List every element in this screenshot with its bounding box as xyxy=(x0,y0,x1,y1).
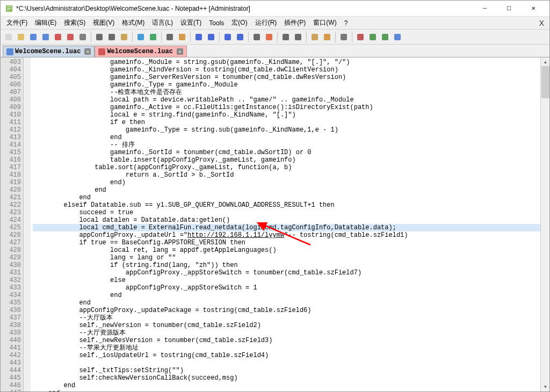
menu-[interactable]: ? xyxy=(341,18,352,28)
menu-设置t[interactable]: 设置(T) xyxy=(177,17,205,28)
mdi-close-icon[interactable]: X xyxy=(539,19,544,27)
scroll-thumb[interactable] xyxy=(541,66,549,98)
code-line[interactable]: --大厅版本 xyxy=(33,314,549,322)
print-button[interactable] xyxy=(77,31,89,43)
url-link[interactable]: http://192.168.1.11/lyymw xyxy=(187,231,284,239)
code-line[interactable]: end xyxy=(33,134,549,141)
menu-窗口w[interactable]: 窗口(W) xyxy=(309,17,340,28)
code-line[interactable]: gameinfo._Active = cc.FileUtils:getInsta… xyxy=(33,104,549,111)
menu-语言l[interactable]: 语言(L) xyxy=(148,17,177,28)
minimize-button[interactable]: ─ xyxy=(473,1,497,16)
file-tab-1[interactable]: WelcomeScene.luac✕ xyxy=(95,46,186,57)
close-button[interactable]: ✕ xyxy=(521,1,545,16)
menu-视图v[interactable]: 视图(V) xyxy=(89,17,118,28)
save-macro-button[interactable] xyxy=(392,31,403,43)
sync-h-button[interactable] xyxy=(234,31,246,43)
code-line[interactable]: gameinfo._Module = string.gsub(gameinfo.… xyxy=(33,59,549,66)
menu-文件f[interactable]: 文件(F) xyxy=(3,17,31,28)
code-line[interactable]: end xyxy=(33,299,549,307)
func-list-button[interactable] xyxy=(309,31,321,43)
code-editor[interactable]: gameinfo._Module = string.gsub(gameinfo.… xyxy=(31,57,549,391)
code-line[interactable]: -- 排序 xyxy=(33,141,549,149)
code-line[interactable]: local cmd_table = ExternalFun.read_netda… xyxy=(33,224,549,231)
menu-运行r[interactable]: 运行(R) xyxy=(251,17,281,28)
code-line[interactable]: succeed = true xyxy=(33,209,549,216)
code-line[interactable]: end xyxy=(33,292,549,299)
monitor-button[interactable] xyxy=(338,31,350,43)
code-line[interactable]: gameinfo._SortId = tonumber(cmd_table.dw… xyxy=(33,149,549,156)
tab-close-icon[interactable]: ✕ xyxy=(84,48,91,55)
menu-tools[interactable]: Tools xyxy=(205,18,228,28)
play-multi-button[interactable] xyxy=(379,31,391,43)
code-line[interactable]: gameinfo._KindVersion = tostring(cmd_tab… xyxy=(33,66,549,74)
replace-button[interactable] xyxy=(176,31,188,43)
code-line[interactable]: end xyxy=(33,382,549,389)
menu-插件p[interactable]: 插件(P) xyxy=(280,17,309,28)
code-line[interactable]: self._newResVersion = tonumber(cmd_table… xyxy=(33,337,549,344)
file-tab-0[interactable]: WelcomeScene.luac✕ xyxy=(3,46,95,57)
indent-button[interactable] xyxy=(280,31,292,43)
sync-v-button[interactable] xyxy=(222,31,234,43)
outdent-button[interactable] xyxy=(292,31,304,43)
menu-搜索s[interactable]: 搜索(S) xyxy=(60,17,89,28)
code-line[interactable]: local path = device.writablePath .. "gam… xyxy=(33,96,549,104)
code-line[interactable]: if e then xyxy=(33,119,549,126)
zoom-out-button[interactable] xyxy=(205,31,217,43)
save-all-button[interactable] xyxy=(40,31,52,43)
redo-button[interactable] xyxy=(147,31,159,43)
find-button[interactable] xyxy=(164,31,176,43)
code-line[interactable]: appConfigProxy._updatePackage = tostring… xyxy=(33,307,549,314)
code-line[interactable]: self._newVersion = tonumber(cmd_table.sz… xyxy=(33,322,549,329)
code-line[interactable]: lang = lang or "" xyxy=(33,254,549,262)
new-button[interactable] xyxy=(3,31,15,43)
cut-button[interactable] xyxy=(93,31,105,43)
code-line[interactable]: else xyxy=(33,277,549,284)
code-line[interactable]: table.insert(appConfigProxy._gameList, g… xyxy=(33,156,549,164)
code-line[interactable]: --大厅资源版本 xyxy=(33,329,549,337)
tab-close-icon[interactable]: ✕ xyxy=(177,48,183,55)
code-line[interactable]: if (string.find(lang, "zh")) then xyxy=(33,262,549,269)
code-line[interactable]: appConfigProxy._updateUrl ="http://192.1… xyxy=(33,231,549,239)
code-line[interactable]: return a._SortId > b._SortId xyxy=(33,171,549,179)
close-button[interactable] xyxy=(52,31,64,43)
vertical-scrollbar[interactable]: ▲ ▼ xyxy=(540,57,549,391)
code-line[interactable]: gameinfo._ServerResVersion = tonumber(cm… xyxy=(33,74,549,81)
code-line[interactable]: appConfigProxy._appStoreSwitch = tonumbe… xyxy=(33,269,549,277)
code-line[interactable]: self._iosUpdateUrl = tostring(cmd_table.… xyxy=(33,352,549,359)
menu-宏o[interactable]: 宏(O) xyxy=(228,17,251,28)
open-button[interactable] xyxy=(15,31,27,43)
maximize-button[interactable]: ☐ xyxy=(497,1,521,16)
zoom-in-button[interactable] xyxy=(193,31,205,43)
record-button[interactable] xyxy=(354,31,366,43)
code-line[interactable]: end xyxy=(33,186,549,194)
menu-编辑e[interactable]: 编辑(E) xyxy=(31,17,60,28)
code-line[interactable]: end) xyxy=(33,179,549,186)
code-line[interactable]: --苹果大厅更新地址 xyxy=(33,344,549,352)
code-line[interactable]: gameinfo._Type = gameinfo._Module xyxy=(33,81,549,89)
scroll-down-arrow[interactable]: ▼ xyxy=(541,382,549,391)
code-line[interactable]: end xyxy=(33,389,549,391)
copy-button[interactable] xyxy=(106,31,118,43)
code-line[interactable]: self._txtTips:setString("") xyxy=(33,367,549,374)
doc-map-button[interactable] xyxy=(321,31,333,43)
code-line[interactable]: if true == BaseConfig.APPSTORE_VERSION t… xyxy=(33,239,549,246)
wrap-button[interactable] xyxy=(251,31,263,43)
show-all-button[interactable] xyxy=(263,31,275,43)
play-button[interactable] xyxy=(367,31,379,43)
code-line[interactable] xyxy=(33,359,549,367)
code-line[interactable]: local e = string.find(gameinfo._KindName… xyxy=(33,111,549,119)
code-line[interactable]: table.sort(appConfigProxy._gameList, fun… xyxy=(33,164,549,171)
menu-格式m[interactable]: 格式(M) xyxy=(118,17,148,28)
code-line[interactable]: elseif Datatable.sub == yl.SUB_GP_QUERY_… xyxy=(33,201,549,209)
code-line[interactable]: --检查本地文件是否存在 xyxy=(33,89,549,96)
close-all-button[interactable] xyxy=(64,31,76,43)
code-line[interactable]: end xyxy=(33,194,549,201)
code-line[interactable]: appConfigProxy._appStoreSwitch = 1 xyxy=(33,284,549,292)
undo-button[interactable] xyxy=(135,31,147,43)
code-line[interactable]: local datalen = Datatable.data:getlen() xyxy=(33,216,549,224)
paste-button[interactable] xyxy=(118,31,130,43)
scroll-up-arrow[interactable]: ▲ xyxy=(541,57,549,67)
code-line[interactable]: local ret, lang = appdf.getAppleLanguage… xyxy=(33,246,549,254)
code-line[interactable]: self:checkNewVersionCallBack(succeed,msg… xyxy=(33,374,549,382)
code-line[interactable]: gameinfo._Type = string.sub(gameinfo._Ki… xyxy=(33,126,549,134)
